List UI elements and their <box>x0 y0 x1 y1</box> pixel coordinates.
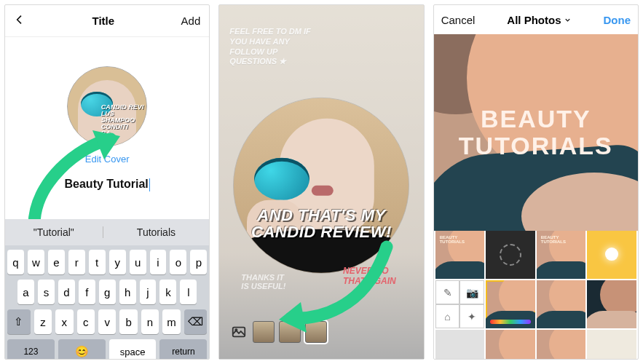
keyboard-suggestion-bar: "Tutorial" Tutorials <box>5 219 209 245</box>
key-h[interactable]: h <box>119 280 136 304</box>
frame-thumb-1[interactable] <box>253 321 275 343</box>
key-q[interactable]: q <box>7 250 24 274</box>
key-d[interactable]: d <box>58 280 75 304</box>
photo-grid: BEAUTY TUTORIALS BEAUTY TUTORIALS ✎📷⌂✦ <box>434 231 638 359</box>
kb-row-4: 123 😊 space return <box>7 339 207 360</box>
ios-keyboard: q w e r t y u i o p a s d f g h j k l ⇧ … <box>5 245 209 359</box>
key-w[interactable]: w <box>28 250 44 274</box>
kb-row-1: q w e r t y u i o p <box>7 250 207 274</box>
photo-thumb[interactable]: ✎📷⌂✦ <box>435 280 485 328</box>
key-shift[interactable]: ⇧ <box>7 309 31 334</box>
key-return[interactable]: return <box>159 339 207 360</box>
key-b[interactable]: b <box>119 309 137 334</box>
picker-header: Cancel All Photos Done <box>434 5 638 34</box>
photo-thumb[interactable] <box>587 280 636 328</box>
photo-thumb-selected[interactable] <box>486 280 535 328</box>
key-l[interactable]: l <box>180 280 197 304</box>
key-k[interactable]: k <box>159 280 176 304</box>
key-n[interactable]: n <box>141 309 159 334</box>
kb-row-3: ⇧ z x c v b n m ⌫ <box>7 309 207 334</box>
album-title-label: All Photos <box>507 14 561 26</box>
back-chevron-icon[interactable] <box>14 14 25 28</box>
photo-thumb[interactable] <box>486 231 535 279</box>
hero-text: BEAUTY TUTORIALS <box>434 34 638 231</box>
key-p[interactable]: p <box>190 250 207 274</box>
key-j[interactable]: j <box>140 280 157 304</box>
suggestion-1[interactable]: "Tutorial" <box>5 226 103 238</box>
key-t[interactable]: t <box>89 250 106 274</box>
key-m[interactable]: m <box>162 309 180 334</box>
key-a[interactable]: a <box>17 280 34 304</box>
done-button[interactable]: Done <box>603 14 631 26</box>
gallery-icon[interactable] <box>229 323 248 341</box>
annotation-arrow-icon <box>277 232 394 344</box>
key-g[interactable]: g <box>99 280 116 304</box>
cancel-button[interactable]: Cancel <box>441 14 476 26</box>
suggestion-2[interactable]: Tutorials <box>103 226 210 238</box>
key-e[interactable]: e <box>48 250 65 274</box>
panel-title-editor: Title Add CANDID REVI LUS SHAMPOO CONDIT… <box>4 4 210 360</box>
key-u[interactable]: u <box>130 250 146 274</box>
key-s[interactable]: s <box>38 280 55 304</box>
chevron-down-icon <box>564 14 572 26</box>
key-c[interactable]: c <box>77 309 95 334</box>
add-button[interactable]: Add <box>181 15 201 27</box>
key-emoji[interactable]: 😊 <box>58 339 106 360</box>
title-header: Title Add <box>5 5 209 37</box>
key-space[interactable]: space <box>109 339 157 360</box>
kb-row-2: a s d f g h j k l <box>7 280 207 304</box>
photo-thumb[interactable] <box>486 330 535 359</box>
photo-thumb[interactable] <box>537 330 586 359</box>
key-i[interactable]: i <box>150 250 167 274</box>
key-y[interactable]: y <box>109 250 126 274</box>
photo-thumb[interactable] <box>537 280 586 328</box>
key-o[interactable]: o <box>170 250 186 274</box>
key-numbers[interactable]: 123 <box>7 339 55 360</box>
key-backspace[interactable]: ⌫ <box>184 309 208 334</box>
key-v[interactable]: v <box>98 309 116 334</box>
title-body: CANDID REVI LUS SHAMPOO CONDITI BA Edit … <box>5 37 209 241</box>
key-x[interactable]: x <box>55 309 73 334</box>
photo-thumb[interactable]: BEAUTY TUTORIALS <box>435 231 485 279</box>
photo-thumb[interactable] <box>587 330 636 359</box>
panel-photo-picker: Cancel All Photos Done BEAUTY TUTORIALS … <box>433 4 639 360</box>
svg-point-1 <box>235 329 237 331</box>
key-r[interactable]: r <box>68 250 85 274</box>
key-z[interactable]: z <box>34 309 52 334</box>
panel-story-cover-picker: FEEL FREE TO DM IF YOU HAVE ANY FOLLOW U… <box>218 4 424 360</box>
key-f[interactable]: f <box>79 280 95 304</box>
photo-thumb[interactable] <box>435 330 485 359</box>
photo-thumb[interactable]: BEAUTY TUTORIALS <box>537 231 586 279</box>
photo-thumb[interactable] <box>587 231 636 279</box>
header-title: Title <box>92 15 115 27</box>
selected-photo-preview[interactable]: BEAUTY TUTORIALS <box>434 34 638 231</box>
album-selector[interactable]: All Photos <box>507 14 571 26</box>
